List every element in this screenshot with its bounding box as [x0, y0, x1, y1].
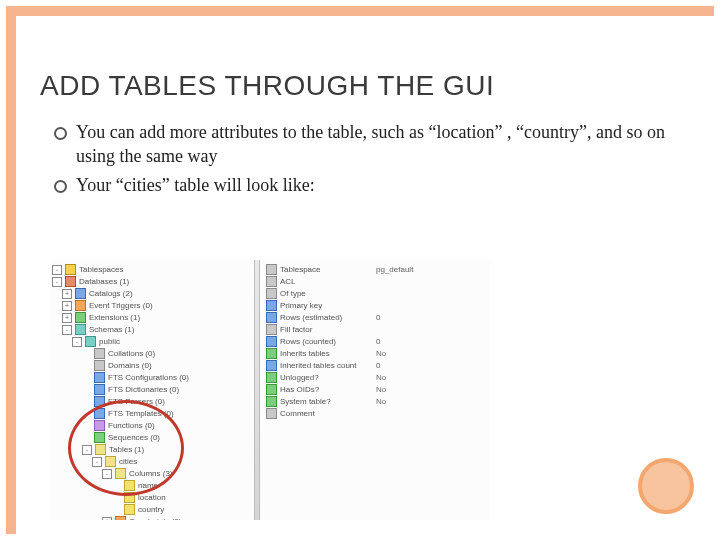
property-key: Tablespace [280, 265, 320, 274]
tree-node[interactable]: location [52, 492, 252, 504]
tree-expander-icon[interactable]: - [52, 277, 62, 287]
property-row: Rows (estimated)0 [266, 312, 484, 324]
tree-node[interactable]: -Tables (1) [52, 444, 252, 456]
tree-expander-icon[interactable]: - [52, 265, 62, 275]
property-icon [266, 360, 277, 371]
tree-node-label: FTS Templates (0) [108, 409, 174, 418]
property-value [376, 408, 484, 420]
tree-expander-icon[interactable]: + [62, 301, 72, 311]
tree-node-label: Columns (3) [129, 469, 173, 478]
tree-node[interactable]: country [52, 504, 252, 516]
tree-node[interactable]: -Databases (1) [52, 276, 252, 288]
property-key: Inherits tables [280, 349, 330, 358]
tree-node-icon [115, 468, 126, 479]
property-row: Comment [266, 408, 484, 420]
tree-node-icon [65, 264, 76, 275]
tree-node-label: Tables (1) [109, 445, 144, 454]
property-row: ACL [266, 276, 484, 288]
tree-expander-icon[interactable]: + [102, 517, 112, 520]
tree-node-icon [94, 384, 105, 395]
tree-node[interactable]: -cities [52, 456, 252, 468]
tree-node-label: name [138, 481, 158, 490]
slide-accent-circle [638, 458, 694, 514]
property-key: System table? [280, 397, 331, 406]
property-key: Primary key [280, 301, 322, 310]
tree-node[interactable]: Functions (0) [52, 420, 252, 432]
property-icon [266, 324, 277, 335]
tree-expander-icon[interactable]: - [82, 445, 92, 455]
property-key: Rows (estimated) [280, 313, 342, 322]
tree-node[interactable]: FTS Configurations (0) [52, 372, 252, 384]
tree-node-label: FTS Parsers (0) [108, 397, 165, 406]
tree-node[interactable]: FTS Dictionaries (0) [52, 384, 252, 396]
tree-node[interactable]: -Tablespaces [52, 264, 252, 276]
property-key: Of type [280, 289, 306, 298]
tree-node[interactable]: Sequences (0) [52, 432, 252, 444]
property-row: Rows (counted)0 [266, 336, 484, 348]
tree-node-label: Collations (0) [108, 349, 155, 358]
tree-node-icon [75, 300, 86, 311]
property-row: Has OIDs?No [266, 384, 484, 396]
tree-node-icon [94, 372, 105, 383]
tree-node-label: Functions (0) [108, 421, 155, 430]
properties-panel: Tablespacepg_defaultACLOf typePrimary ke… [260, 260, 490, 520]
property-value [376, 300, 484, 312]
property-value: 0 [376, 360, 484, 372]
tree-node[interactable]: -Schemas (1) [52, 324, 252, 336]
screenshot-figure: -Tablespaces-Databases (1)+Catalogs (2)+… [50, 260, 490, 520]
property-row: Unlogged?No [266, 372, 484, 384]
tree-node-icon [94, 420, 105, 431]
property-value: No [376, 384, 484, 396]
tree-node-icon [124, 504, 135, 515]
tree-node-label: Catalogs (2) [89, 289, 133, 298]
tree-node-icon [94, 360, 105, 371]
tree-node-icon [94, 396, 105, 407]
tree-node[interactable]: +Catalogs (2) [52, 288, 252, 300]
tree-node[interactable]: +Extensions (1) [52, 312, 252, 324]
property-key: Rows (counted) [280, 337, 336, 346]
slide-title: ADD TABLES THROUGH THE GUI [40, 70, 700, 102]
tree-node-icon [124, 492, 135, 503]
tree-node[interactable]: Collations (0) [52, 348, 252, 360]
property-value: No [376, 348, 484, 360]
tree-node[interactable]: FTS Templates (0) [52, 408, 252, 420]
property-icon [266, 348, 277, 359]
tree-expander-icon[interactable]: - [72, 337, 82, 347]
tree-node-label: public [99, 337, 120, 346]
property-icon [266, 288, 277, 299]
tree-node[interactable]: -Columns (3) [52, 468, 252, 480]
tree-node-icon [94, 408, 105, 419]
tree-node-icon [124, 480, 135, 491]
property-value: pg_default [376, 264, 484, 276]
property-icon [266, 300, 277, 311]
tree-node[interactable]: +Event Triggers (0) [52, 300, 252, 312]
tree-expander-icon[interactable]: + [62, 289, 72, 299]
property-key: Unlogged? [280, 373, 319, 382]
object-tree: -Tablespaces-Databases (1)+Catalogs (2)+… [50, 260, 254, 520]
tree-node-label: Extensions (1) [89, 313, 140, 322]
tree-node[interactable]: -public [52, 336, 252, 348]
tree-node-label: Tablespaces [79, 265, 123, 274]
tree-expander-icon[interactable]: + [62, 313, 72, 323]
tree-node-label: cities [119, 457, 137, 466]
property-icon [266, 276, 277, 287]
tree-node[interactable]: Domains (0) [52, 360, 252, 372]
tree-node-icon [85, 336, 96, 347]
property-icon [266, 264, 277, 275]
tree-node-label: FTS Configurations (0) [108, 373, 189, 382]
tree-node[interactable]: name [52, 480, 252, 492]
tree-node[interactable]: +Constraints (0) [52, 516, 252, 520]
tree-expander-icon[interactable]: - [102, 469, 112, 479]
property-icon [266, 372, 277, 383]
tree-node-label: Databases (1) [79, 277, 129, 286]
slide-body: ADD TABLES THROUGH THE GUI You can add m… [30, 30, 700, 520]
tree-expander-icon[interactable]: - [92, 457, 102, 467]
tree-expander-icon[interactable]: - [62, 325, 72, 335]
property-icon [266, 408, 277, 419]
tree-node-icon [94, 348, 105, 359]
tree-node-icon [75, 288, 86, 299]
tree-node-icon [75, 312, 86, 323]
tree-node-label: FTS Dictionaries (0) [108, 385, 179, 394]
tree-node[interactable]: FTS Parsers (0) [52, 396, 252, 408]
property-value [376, 276, 484, 288]
